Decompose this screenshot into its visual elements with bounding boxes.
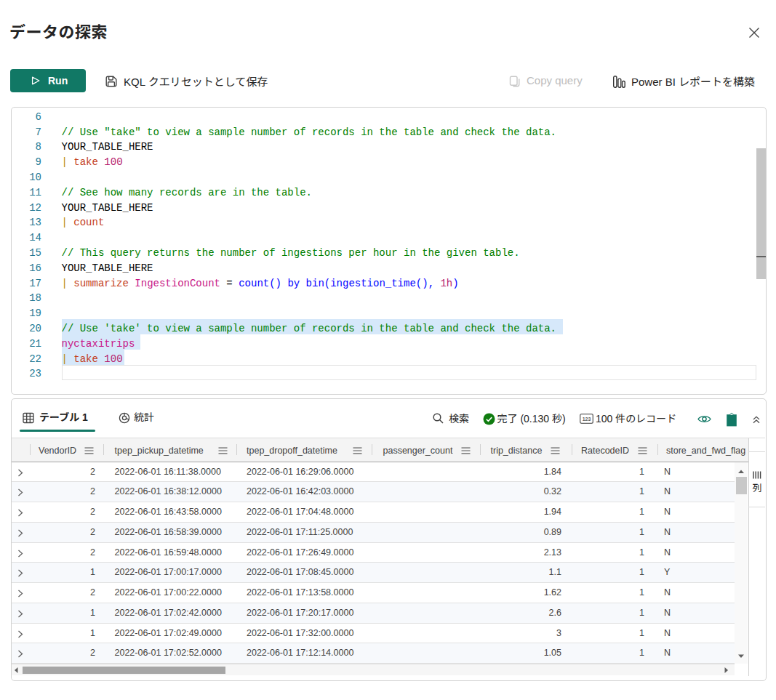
svg-text:123: 123 <box>583 417 591 422</box>
